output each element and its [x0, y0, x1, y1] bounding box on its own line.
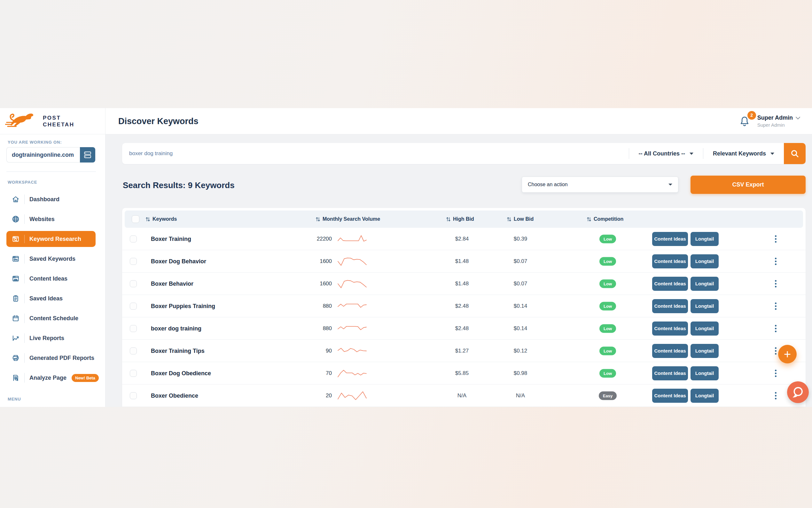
column-header-monthly-search-volume[interactable]: Monthly Search Volume — [316, 216, 380, 222]
chevron-down-icon — [689, 153, 694, 155]
keyword-cell: Boxer Puppies Training — [151, 303, 215, 309]
keyword-cell: Boxer Dog Behavior — [151, 258, 206, 264]
keyword-cell: Boxer Training Tips — [151, 347, 205, 354]
table-header: Keywords Monthly Search Volume — [125, 211, 803, 228]
column-header-competition[interactable]: Competition — [587, 216, 623, 222]
row-menu-kebab-icon[interactable] — [773, 368, 778, 379]
column-header-high-bid[interactable]: High Bid — [446, 216, 474, 222]
bulk-action-select[interactable]: Choose an action — [522, 177, 678, 193]
search-button[interactable] — [784, 143, 806, 164]
volume-cell: 880 — [284, 325, 332, 332]
content-ideas-button[interactable]: Content Ideas — [652, 277, 688, 291]
search-icon — [790, 149, 800, 158]
content-ideas-button[interactable]: Content Ideas — [652, 299, 688, 313]
active-website-control: dogtrainingonline.com — [6, 147, 95, 163]
sidebar-item-keyword-research[interactable]: Keyword Research — [6, 231, 96, 247]
row-menu-kebab-icon[interactable] — [773, 233, 778, 244]
logo[interactable]: POST CHEETAH — [0, 108, 105, 134]
competition-badge: Low — [600, 235, 616, 243]
notification-count-badge: 2 — [748, 111, 756, 120]
content-ideas-button[interactable]: Content Ideas — [652, 344, 688, 358]
sidebar-item-live-reports[interactable]: Live Reports — [0, 328, 105, 348]
trend-sparkline — [337, 368, 367, 379]
sidebar-item-websites[interactable]: Websites — [0, 209, 105, 229]
longtail-button[interactable]: Longtail — [690, 344, 719, 358]
row-checkbox[interactable] — [130, 258, 137, 265]
search-input[interactable]: boxer dog training — [122, 151, 629, 157]
row-checkbox[interactable] — [130, 236, 137, 243]
globe-icon — [11, 215, 20, 223]
competition-badge: Low — [600, 279, 616, 288]
high-bid-cell: N/A — [443, 392, 481, 399]
row-menu-kebab-icon[interactable] — [773, 278, 778, 289]
topbar: POST CHEETAH Discover Keywords 2 Super A… — [0, 108, 812, 134]
row-menu-kebab-icon[interactable] — [773, 323, 778, 334]
row-checkbox[interactable] — [130, 303, 137, 310]
working-on-label: YOU ARE WORKING ON: — [8, 140, 62, 144]
table-row: Boxer Puppies Training 880 $2.48 $0.14 L… — [122, 295, 806, 318]
longtail-button[interactable]: Longtail — [690, 254, 719, 268]
table-row: Boxer Obedience 20 N/A N/A Easy Content … — [122, 384, 806, 407]
sidebar-item-saved-keywords[interactable]: Saved Keywords — [0, 249, 105, 269]
low-bid-cell: $0.14 — [501, 303, 540, 309]
user-menu[interactable]: 2 Super Admin Super Admin — [739, 108, 801, 134]
help-chat-button[interactable] — [787, 381, 809, 403]
longtail-button[interactable]: Longtail — [690, 277, 719, 291]
analyze-page-icon — [11, 374, 20, 382]
longtail-button[interactable]: Longtail — [690, 232, 719, 246]
row-checkbox[interactable] — [130, 347, 137, 354]
switch-website-button[interactable] — [80, 147, 95, 163]
sidebar-item-content-schedule[interactable]: Content Schedule — [0, 308, 105, 328]
content-ideas-button[interactable]: Content Ideas — [652, 322, 688, 336]
select-all-checkbox[interactable] — [132, 215, 139, 223]
sidebar-item-analyze-page[interactable]: Analyze Page New! Beta — [0, 368, 105, 388]
sidebar-item-content-ideas[interactable]: Content Ideas — [0, 269, 105, 289]
column-header-keywords[interactable]: Keywords — [146, 216, 177, 222]
content-ideas-button[interactable]: Content Ideas — [652, 232, 688, 246]
row-checkbox[interactable] — [130, 370, 137, 377]
content-ideas-button[interactable]: Content Ideas — [652, 366, 688, 380]
saved-keywords-icon — [11, 255, 20, 263]
sidebar-item-dashboard[interactable]: Dashboard — [0, 189, 105, 209]
keyword-cell: Boxer Dog Obedience — [151, 370, 211, 377]
content-ideas-button[interactable]: Content Ideas — [652, 254, 688, 268]
row-menu-kebab-icon[interactable] — [773, 390, 778, 401]
low-bid-cell: $0.07 — [501, 281, 540, 287]
trend-sparkline — [337, 234, 367, 244]
row-menu-kebab-icon[interactable] — [773, 256, 778, 267]
longtail-button[interactable]: Longtail — [690, 366, 719, 380]
content-ideas-button[interactable]: Content Ideas — [652, 389, 688, 403]
content-ideas-icon — [11, 274, 20, 283]
sort-icon — [316, 217, 320, 222]
row-checkbox[interactable] — [130, 392, 137, 399]
row-checkbox[interactable] — [130, 325, 137, 332]
longtail-button[interactable]: Longtail — [690, 389, 719, 403]
csv-export-button[interactable]: CSV Export — [690, 176, 806, 194]
low-bid-cell: $0.07 — [501, 258, 540, 264]
row-menu-kebab-icon[interactable] — [773, 345, 778, 356]
column-header-low-bid[interactable]: Low Bid — [507, 216, 533, 222]
calendar-icon — [11, 314, 20, 323]
competition-badge: Low — [600, 324, 616, 333]
high-bid-cell: $1.48 — [443, 281, 481, 287]
keyword-type-select[interactable]: Relevant Keywords — [703, 151, 784, 157]
trend-sparkline — [337, 323, 367, 334]
sidebar-item-saved-ideas[interactable]: Saved Ideas — [0, 289, 105, 308]
add-fab-button[interactable]: + — [778, 345, 797, 364]
country-filter-select[interactable]: -- All Countries -- — [629, 151, 703, 157]
main-content: boxer dog training -- All Countries -- R… — [105, 134, 812, 407]
longtail-button[interactable]: Longtail — [690, 322, 719, 336]
app-name: POST CHEETAH — [43, 115, 74, 128]
high-bid-cell: $2.48 — [443, 303, 481, 309]
longtail-button[interactable]: Longtail — [690, 299, 719, 313]
competition-badge: Low — [600, 257, 616, 265]
row-checkbox[interactable] — [130, 280, 137, 287]
table-row: Boxer Dog Behavior 1600 $1.48 $0.07 Low … — [122, 250, 806, 272]
sidebar-item-generated-pdf-reports[interactable]: Generated PDF Reports — [0, 348, 105, 368]
row-menu-kebab-icon[interactable] — [773, 300, 778, 311]
server-icon — [84, 151, 92, 159]
active-website-value[interactable]: dogtrainingonline.com — [6, 147, 80, 163]
keyword-search-bar: boxer dog training -- All Countries -- R… — [122, 143, 806, 164]
sort-icon — [587, 217, 591, 222]
notifications-button[interactable]: 2 — [739, 116, 750, 129]
